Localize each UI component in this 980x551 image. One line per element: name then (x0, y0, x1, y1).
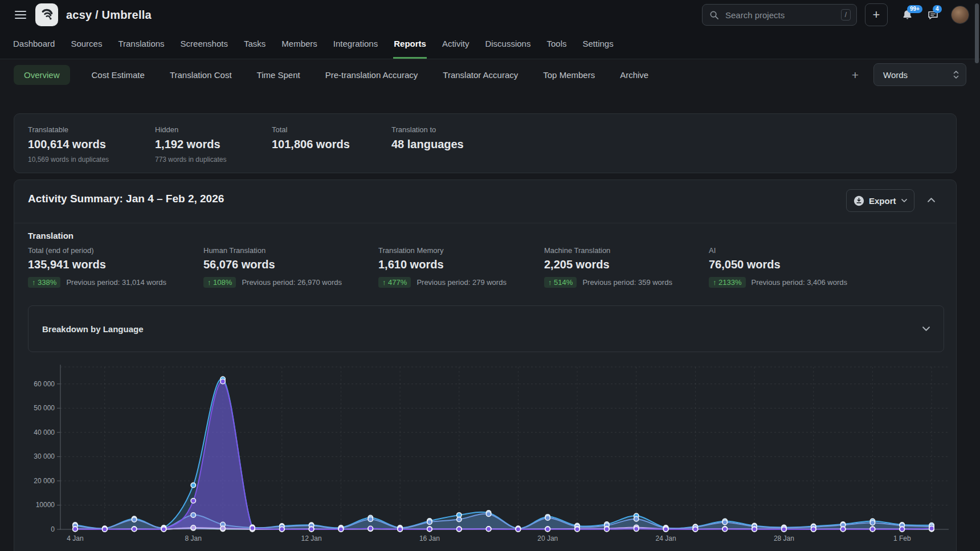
svg-text:40 000: 40 000 (34, 428, 55, 436)
breakdown-label: Breakdown by Language (42, 324, 922, 334)
stat-label: Translatable (28, 125, 109, 134)
previous-period-text: Previous period: 3,406 words (752, 278, 847, 287)
stat-value: 100,614 words (28, 138, 109, 151)
messages-button[interactable]: 4 (927, 9, 939, 21)
stat-value: 48 languages (391, 138, 464, 151)
stat-value: 2,205 words (544, 258, 672, 271)
activity-summary-title: Activity Summary: Jan 4 – Feb 2, 2026 (28, 193, 224, 205)
main-nav-item-settings[interactable]: Settings (582, 30, 614, 59)
main-nav-item-screenshots[interactable]: Screenshots (180, 30, 228, 59)
report-tab-pre-translation-accuracy[interactable]: Pre-translation Accuracy (325, 65, 418, 85)
download-circle-icon (854, 195, 864, 206)
report-tab-top-members[interactable]: Top Members (543, 65, 595, 85)
menu-icon[interactable] (15, 11, 26, 19)
activity-stat-total-end-of-period-: Total (end of period)135,941 words↑ 338%… (28, 246, 166, 288)
stat-value: 1,610 words (378, 258, 507, 271)
report-tab-overview[interactable]: Overview (14, 65, 70, 85)
word-stat-translation-to: Translation to48 languages (391, 125, 464, 151)
svg-text:60 000: 60 000 (34, 380, 55, 388)
previous-period-text: Previous period: 31,014 words (66, 278, 166, 287)
reports-page: acsy / Umbrella / + 99+ 4 Dashboard (0, 0, 980, 551)
svg-text:10000: 10000 (36, 501, 55, 509)
svg-text:24 Jan: 24 Jan (656, 534, 676, 542)
change-badge: ↑ 2133% (709, 277, 746, 288)
main-nav-item-tasks[interactable]: Tasks (243, 30, 266, 59)
chevron-down-icon (922, 326, 930, 331)
breakdown-by-language-toggle[interactable]: Breakdown by Language (28, 305, 944, 352)
svg-text:1 Feb: 1 Feb (893, 534, 911, 542)
stat-label: Hidden (155, 125, 226, 134)
unit-select[interactable]: Words (873, 63, 966, 86)
main-nav: DashboardSourcesTranslationsScreenshotsT… (0, 30, 980, 59)
notifications-badge: 99+ (907, 5, 922, 13)
activity-stat-human-translation: Human Translation56,076 words↑ 108%Previ… (203, 246, 342, 288)
stat-label: Human Translation (203, 246, 342, 255)
export-button[interactable]: Export (846, 189, 914, 212)
report-tab-cost-estimate[interactable]: Cost Estimate (92, 65, 145, 85)
app-header: acsy / Umbrella / + 99+ 4 (0, 0, 980, 30)
add-report-button[interactable]: + (852, 69, 859, 81)
stat-label: Total (272, 125, 350, 134)
activity-summary-panel: Activity Summary: Jan 4 – Feb 2, 2026 Ex… (14, 179, 957, 551)
bird-logo-icon (39, 7, 55, 23)
stat-value: 135,941 words (28, 258, 166, 271)
stat-label: Machine Translation (544, 246, 672, 255)
main-nav-item-members[interactable]: Members (281, 30, 318, 59)
change-badge: ↑ 477% (378, 277, 411, 288)
stat-label: AI (709, 246, 847, 255)
create-button[interactable]: + (865, 3, 888, 26)
report-tabs-list: OverviewCost EstimateTranslation CostTim… (14, 65, 673, 85)
stat-value: 101,806 words (272, 138, 350, 151)
svg-text:20 Jan: 20 Jan (537, 534, 558, 542)
translation-section-title: Translation (28, 231, 74, 240)
previous-period-text: Previous period: 359 words (582, 278, 672, 287)
collapse-section-button[interactable] (922, 193, 940, 207)
main-nav-item-tools[interactable]: Tools (546, 30, 567, 59)
section-divider (14, 223, 956, 223)
main-nav-item-sources[interactable]: Sources (70, 30, 103, 59)
stat-value: 76,050 words (709, 258, 847, 271)
activity-stat-machine-translation: Machine Translation2,205 words↑ 514%Prev… (544, 246, 672, 288)
previous-period-text: Previous period: 279 words (416, 278, 507, 287)
activity-stat-translation-memory: Translation Memory1,610 words↑ 477%Previ… (378, 246, 507, 288)
word-stats-card: Translatable100,614 words10,569 words in… (14, 113, 957, 173)
svg-text:20 000: 20 000 (34, 477, 55, 485)
vertical-scrollbar[interactable] (975, 3, 979, 63)
main-nav-item-dashboard[interactable]: Dashboard (13, 30, 55, 59)
svg-text:4 Jan: 4 Jan (67, 534, 83, 542)
report-tab-translator-accuracy[interactable]: Translator Accuracy (443, 65, 518, 85)
stat-value: 56,076 words (203, 258, 342, 271)
caret-down-icon (901, 199, 907, 202)
main-nav-item-translations[interactable]: Translations (117, 30, 165, 59)
main-nav-item-integrations[interactable]: Integrations (333, 30, 378, 59)
stat-label: Translation Memory (378, 246, 507, 255)
main-nav-item-reports[interactable]: Reports (393, 30, 427, 59)
main-nav-item-discussions[interactable]: Discussions (484, 30, 531, 59)
project-logo[interactable] (35, 3, 58, 26)
change-badge: ↑ 338% (28, 277, 60, 288)
main-nav-item-activity[interactable]: Activity (442, 30, 470, 59)
report-tab-time-spent[interactable]: Time Spent (257, 65, 300, 85)
svg-text:8 Jan: 8 Jan (185, 534, 202, 542)
unit-select-value: Words (883, 70, 953, 80)
stat-note: 773 words in duplicates (155, 156, 226, 164)
export-button-label: Export (869, 196, 896, 206)
stat-label: Translation to (391, 125, 464, 134)
svg-text:0: 0 (51, 525, 55, 533)
previous-period-text: Previous period: 26,970 words (242, 278, 342, 287)
activity-stat-ai: AI76,050 words↑ 2133%Previous period: 3,… (709, 246, 847, 288)
activity-area-chart: 01000020 00030 00040 00050 00060 0004 Ja… (14, 351, 957, 551)
search-box[interactable]: / (702, 4, 857, 26)
search-input[interactable] (724, 10, 841, 21)
report-tab-archive[interactable]: Archive (620, 65, 648, 85)
svg-text:28 Jan: 28 Jan (774, 534, 794, 542)
word-stat-total: Total101,806 words (272, 125, 350, 151)
change-badge: ↑ 514% (544, 277, 577, 288)
change-badge: ↑ 108% (203, 277, 236, 288)
user-avatar[interactable] (952, 6, 969, 23)
stat-label: Total (end of period) (28, 246, 166, 255)
messages-badge: 4 (933, 5, 942, 13)
report-tab-translation-cost[interactable]: Translation Cost (170, 65, 232, 85)
notifications-button[interactable]: 99+ (901, 9, 913, 21)
svg-text:16 Jan: 16 Jan (419, 534, 440, 542)
